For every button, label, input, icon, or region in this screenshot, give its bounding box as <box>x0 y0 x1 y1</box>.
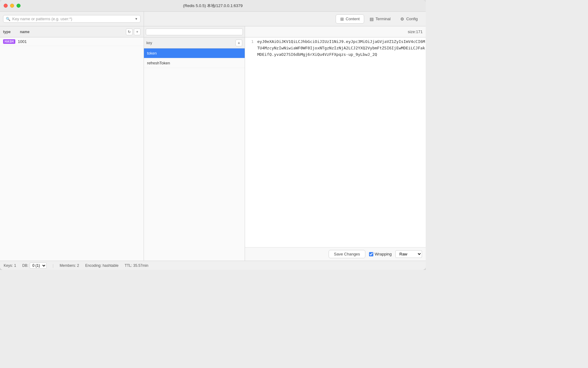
add-key-button[interactable]: + <box>134 29 141 35</box>
db-label: DB: <box>22 263 28 268</box>
hash-fields-panel: key + token refreshToken <box>144 26 245 261</box>
field-search-input[interactable] <box>146 29 243 35</box>
line-number-1: 1 <box>247 39 254 58</box>
minimize-button[interactable] <box>10 4 14 8</box>
content-area: type name ↻ + HASH 1001 key <box>0 26 426 261</box>
tab-terminal-label: Terminal <box>375 17 390 21</box>
hash-field-token[interactable]: token <box>144 48 245 58</box>
format-select[interactable]: Raw JSON Hex Binary <box>395 250 422 258</box>
terminal-icon: ▤ <box>370 17 374 21</box>
key-list-header: type name ↻ + <box>0 26 144 37</box>
db-status: DB: 0 (1) <box>22 263 47 269</box>
hash-fields-header: key + <box>144 37 245 48</box>
ttl-status: TTL: 35.57min <box>125 263 148 268</box>
search-icon: 🔍 <box>6 17 10 21</box>
tab-content-label: Content <box>346 17 360 21</box>
refresh-keys-button[interactable]: ↻ <box>126 29 133 35</box>
gear-icon: ⚙ <box>400 17 404 21</box>
toolbar-right: ⊞ Content ▤ Terminal ⚙ Config <box>144 14 426 24</box>
value-line-1: 1 eyJ0eXAiOiJKV1QiLCJhbGciOiJIUzI1NiJ9.e… <box>247 39 426 58</box>
key-list-panel: type name ↻ + HASH 1001 <box>0 26 144 261</box>
col-type-header: type <box>3 30 20 34</box>
add-field-button[interactable]: + <box>236 40 242 46</box>
window-controls <box>4 4 21 8</box>
value-content[interactable]: 1 eyJ0eXAiOiJKV1QiLCJhbGciOiJIUzI1NiJ9.e… <box>245 37 426 247</box>
status-bar: Keys: 1 DB: 0 (1) | Members: 2 Encoding:… <box>0 261 426 270</box>
window-title: (Redis 5.0.5) 本地/127.0.0.1:6379 <box>183 3 243 9</box>
separator-1: | <box>53 263 54 268</box>
value-panel: size:171 1 eyJ0eXAiOiJKV1QiLCJhbGciOiJIU… <box>245 26 426 261</box>
maximize-button[interactable] <box>17 4 21 8</box>
tab-config[interactable]: ⚙ Config <box>396 15 422 23</box>
search-area: 🔍 Key name or patterns (e.g. user:*) ▼ <box>0 12 144 26</box>
main-toolbar: 🔍 Key name or patterns (e.g. user:*) ▼ ⊞… <box>0 12 426 26</box>
col-name-header: name <box>20 30 126 34</box>
save-changes-button[interactable]: Save Changes <box>329 250 365 258</box>
line-text-1: eyJ0eXAiOiJKV1QiLCJhbGciOiJIUzI1NiJ9.eyJ… <box>257 39 426 58</box>
search-box[interactable]: 🔍 Key name or patterns (e.g. user:*) ▼ <box>3 15 141 23</box>
value-footer: Save Changes Wrapping Raw JSON Hex Binar… <box>245 247 426 261</box>
key-list-body: HASH 1001 <box>0 37 144 261</box>
tab-content[interactable]: ⊞ Content <box>336 14 364 24</box>
tab-config-label: Config <box>406 17 418 21</box>
chevron-down-icon: ▼ <box>135 17 138 21</box>
field-input-row <box>144 26 245 37</box>
wrapping-text: Wrapping <box>375 252 392 256</box>
title-bar: (Redis 5.0.5) 本地/127.0.0.1:6379 <box>0 0 426 12</box>
wrapping-label[interactable]: Wrapping <box>369 252 392 256</box>
field-col-label: key <box>146 41 236 45</box>
hash-field-name-refresh: refreshToken <box>147 61 170 65</box>
close-button[interactable] <box>4 4 8 8</box>
value-header: size:171 <box>245 26 426 37</box>
search-placeholder: Key name or patterns (e.g. user:*) <box>12 17 133 21</box>
content-icon: ⊞ <box>340 17 344 21</box>
hash-field-name-token: token <box>147 51 157 56</box>
db-select[interactable]: 0 (1) <box>30 263 47 269</box>
encoding-status: Encoding: hashtable <box>85 263 119 268</box>
hash-field-refresh-token[interactable]: refreshToken <box>144 58 245 68</box>
wrapping-checkbox[interactable] <box>369 252 373 256</box>
type-badge: HASH <box>3 39 15 44</box>
members-status: Members: 2 <box>60 263 79 268</box>
list-item[interactable]: HASH 1001 <box>0 37 144 46</box>
key-name: 1001 <box>18 39 27 44</box>
keys-status: Keys: 1 <box>4 263 16 268</box>
key-list-actions: ↻ + <box>126 29 141 35</box>
tab-terminal[interactable]: ▤ Terminal <box>365 15 395 23</box>
keys-label: Keys: <box>4 263 13 268</box>
keys-count: 1 <box>14 263 16 268</box>
size-info: size:171 <box>408 29 423 34</box>
